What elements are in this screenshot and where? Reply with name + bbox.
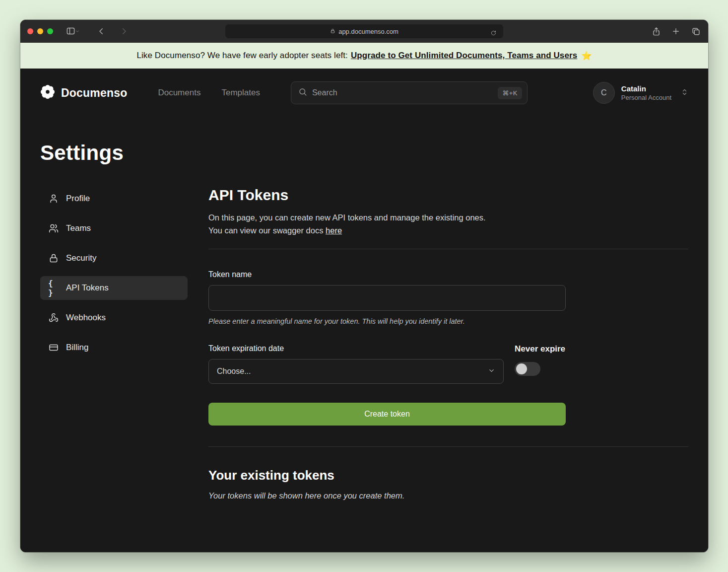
token-name-input[interactable]: [208, 285, 566, 311]
users-icon: [48, 223, 59, 233]
expiration-label: Token expiration date: [208, 344, 504, 353]
forward-button[interactable]: [118, 25, 131, 38]
search-icon: [298, 87, 307, 98]
close-window-button[interactable]: [27, 28, 33, 34]
reload-icon[interactable]: [487, 26, 500, 39]
create-token-button[interactable]: Create token: [208, 403, 566, 426]
documenso-logo-icon: [40, 84, 55, 101]
expiration-value: Choose...: [217, 367, 251, 376]
description-line1: On this page, you can create new API tok…: [208, 213, 486, 222]
never-expire-toggle[interactable]: [515, 362, 540, 376]
search-shortcut-badge: ⌘+K: [498, 87, 522, 99]
tab-overview-icon[interactable]: [689, 25, 702, 38]
promo-banner: Like Documenso? We have few early adopte…: [20, 43, 708, 69]
api-tokens-panel: API Tokens On this page, you can create …: [208, 187, 688, 530]
sidebar-item-teams[interactable]: Teams: [40, 216, 188, 240]
new-tab-icon[interactable]: [669, 25, 682, 38]
sidebar-item-api-tokens[interactable]: { } API Tokens: [40, 276, 188, 300]
sidebar-item-label: Teams: [66, 223, 91, 233]
promo-text: Like Documenso? We have few early adopte…: [136, 51, 348, 61]
sidebar-item-label: Billing: [66, 343, 88, 353]
sidebar-item-profile[interactable]: Profile: [40, 187, 188, 211]
account-menu[interactable]: C Catalin Personal Account: [593, 82, 688, 104]
sidebar-item-label: Webhooks: [66, 313, 106, 323]
chevron-down-icon: [488, 367, 495, 376]
section-description: On this page, you can create new API tok…: [208, 212, 688, 237]
sidebar-item-security[interactable]: Security: [40, 246, 188, 270]
account-name: Catalin: [621, 84, 671, 93]
sidebar-item-label: Profile: [66, 194, 90, 204]
sidebar-item-label: API Tokens: [66, 283, 109, 293]
back-button[interactable]: [95, 25, 108, 38]
expiration-select[interactable]: Choose...: [208, 359, 504, 384]
settings-sidebar: Profile Teams Security: [40, 187, 188, 530]
sidebar-item-billing[interactable]: Billing: [40, 336, 188, 359]
divider: [208, 249, 688, 249]
star-emoji: ⭐: [581, 51, 592, 61]
never-expire-label: Never expire: [515, 344, 565, 354]
token-name-label: Token name: [208, 270, 688, 279]
page-title: Settings: [40, 141, 688, 165]
traffic-lights: [27, 28, 53, 34]
existing-tokens-title: Your existing tokens: [208, 468, 688, 483]
webhook-icon: [48, 313, 59, 323]
tls-lock-icon: [330, 28, 335, 35]
search-input[interactable]: [312, 88, 493, 97]
upgrade-link[interactable]: Upgrade to Get Unlimited Documents, Team…: [351, 51, 577, 61]
browser-window: app.documenso.com Like Documenso? We hav…: [20, 20, 708, 552]
sidebar-item-label: Security: [66, 253, 96, 263]
section-title: API Tokens: [208, 187, 688, 204]
toggle-knob: [516, 363, 527, 374]
user-icon: [48, 194, 59, 204]
share-icon[interactable]: [650, 25, 662, 38]
sidebar-dropdown-icon[interactable]: [75, 27, 80, 36]
account-type: Personal Account: [621, 94, 671, 101]
nav-documents[interactable]: Documents: [158, 88, 200, 98]
token-name-help: Please enter a meaningful name for your …: [208, 317, 688, 325]
lock-icon: [48, 253, 59, 263]
top-nav: Documents Templates: [158, 88, 260, 98]
app-header: Documenso Documents Templates ⌘+K C Cata…: [20, 69, 708, 114]
swagger-docs-link[interactable]: here: [326, 226, 342, 235]
search-box[interactable]: ⌘+K: [291, 81, 528, 104]
address-bar[interactable]: app.documenso.com: [225, 24, 503, 38]
browser-toolbar: app.documenso.com: [20, 20, 708, 43]
minimize-window-button[interactable]: [37, 28, 43, 34]
description-line2: You can view our swagger docs: [208, 226, 323, 235]
zoom-window-button[interactable]: [47, 28, 53, 34]
url-text: app.documenso.com: [338, 28, 398, 35]
avatar: C: [593, 82, 615, 104]
brand[interactable]: Documenso: [40, 84, 127, 101]
create-token-form: Token name Please enter a meaningful nam…: [208, 270, 688, 426]
braces-icon: { }: [48, 279, 59, 297]
existing-tokens-empty: Your tokens will be shown here once you …: [208, 491, 688, 500]
nav-templates[interactable]: Templates: [221, 88, 260, 98]
sidebar-item-webhooks[interactable]: Webhooks: [40, 306, 188, 330]
credit-card-icon: [48, 343, 59, 353]
brand-name: Documenso: [61, 86, 127, 100]
divider: [208, 446, 688, 447]
documenso-app: Documenso Documents Templates ⌘+K C Cata…: [20, 69, 708, 552]
chevrons-up-down-icon: [681, 88, 688, 98]
